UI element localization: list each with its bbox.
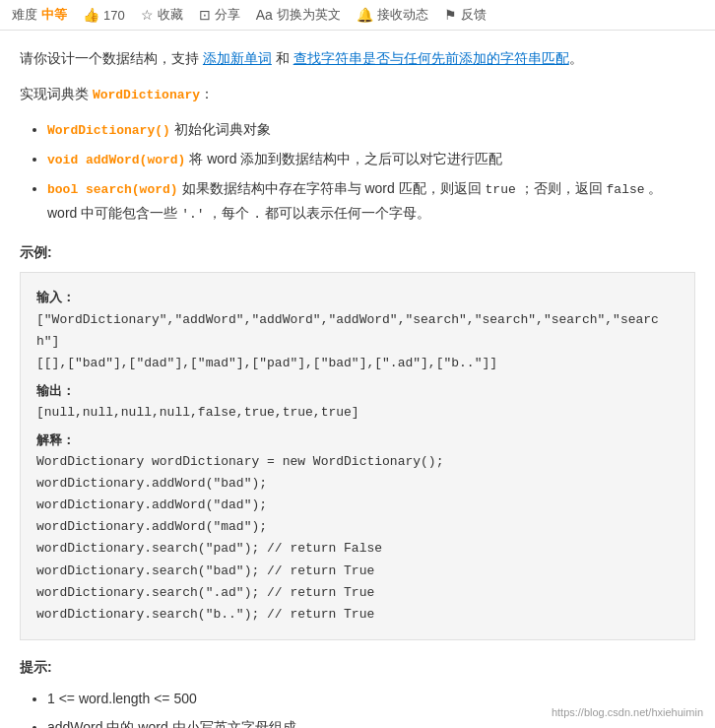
likes-count: 170	[103, 8, 125, 23]
method-item-1: void addWord(word) 将 word 添加到数据结构中，之后可以对…	[47, 148, 695, 171]
method-sig-0: WordDictionary()	[47, 123, 170, 138]
feedback-label: 反馈	[461, 6, 487, 24]
input-section: 输入： ["WordDictionary","addWord","addWord…	[36, 287, 679, 373]
output-line: [null,null,null,null,false,true,true,tru…	[36, 402, 679, 424]
share-icon: ⊡	[199, 7, 211, 23]
toolbar: 难度 中等 👍 170 ☆ 收藏 ⊡ 分享 Aa 切换为英文 🔔 接收动态 ⚑ …	[0, 0, 715, 31]
input-label: 输入：	[36, 290, 75, 304]
output-section: 输出： [null,null,null,null,false,true,true…	[36, 380, 679, 424]
method-item-2: bool search(word) 如果数据结构中存在字符串与 word 匹配，…	[47, 177, 695, 225]
share-label: 分享	[215, 6, 240, 24]
notify-button[interactable]: 🔔 接收动态	[357, 6, 428, 24]
problem-description: 请你设计一个数据结构，支持 添加新单词 和 查找字符串是否与任何先前添加的字符串…	[20, 46, 695, 71]
methods-list: WordDictionary() 初始化词典对象 void addWord(wo…	[20, 118, 695, 225]
method-sig-2: bool search(word)	[47, 182, 178, 197]
input-line2: [[],["bad"],["dad"],["mad"],["pad"],["ba…	[36, 353, 679, 374]
collect-label: 收藏	[158, 6, 183, 24]
explain-code-line: wordDictionary.search("pad"); // return …	[36, 538, 679, 560]
share-button[interactable]: ⊡ 分享	[199, 6, 240, 24]
switch-lang-button[interactable]: Aa 切换为英文	[256, 6, 341, 24]
class-colon: ：	[200, 86, 214, 101]
explain-label: 解释：	[36, 432, 75, 447]
tips-title: 提示:	[20, 656, 695, 680]
input-line1: ["WordDictionary","addWord","addWord","a…	[36, 309, 679, 353]
desc-text-2: 和	[272, 50, 293, 66]
explain-code-line: wordDictionary.search("bad"); // return …	[36, 561, 679, 582]
difficulty-section: 难度 中等	[12, 6, 67, 24]
flag-icon: ⚑	[444, 7, 457, 23]
example-section: 示例: 输入： ["WordDictionary","addWord","add…	[20, 241, 695, 640]
explain-section: 解释： WordDictionary wordDictionary = new …	[36, 430, 679, 626]
thumbs-up-icon: 👍	[83, 7, 99, 23]
explain-code-line: wordDictionary.addWord("dad");	[36, 495, 679, 516]
likes-button[interactable]: 👍 170	[83, 7, 125, 23]
explain-code-line: WordDictionary wordDictionary = new Word…	[36, 451, 679, 473]
watermark: https://blog.csdn.net/hxiehuimin	[552, 706, 703, 718]
explain-code-line: wordDictionary.search(".ad"); // return …	[36, 582, 679, 604]
switch-label: 切换为英文	[277, 6, 341, 24]
notify-label: 接收动态	[377, 6, 428, 24]
language-icon: Aa	[256, 7, 273, 23]
explain-lines: WordDictionary wordDictionary = new Word…	[36, 451, 679, 626]
class-name: WordDictionary	[93, 88, 200, 102]
collect-button[interactable]: ☆ 收藏	[141, 6, 183, 24]
class-intro-text: 实现词典类	[20, 86, 93, 101]
watermark-text: https://blog.csdn.net/hxiehuimin	[552, 706, 703, 718]
explain-code-line: wordDictionary.addWord("bad");	[36, 473, 679, 495]
method-item-0: WordDictionary() 初始化词典对象	[47, 118, 695, 142]
output-label: 输出：	[36, 383, 75, 398]
example-label: 示例:	[20, 244, 52, 260]
star-icon: ☆	[141, 7, 154, 23]
explain-code-line: wordDictionary.addWord("mad");	[36, 516, 679, 538]
example-box: 输入： ["WordDictionary","addWord","addWord…	[20, 272, 695, 639]
difficulty-value: 中等	[41, 6, 67, 24]
method-desc-0: 初始化词典对象	[170, 121, 271, 137]
class-intro: 实现词典类 WordDictionary：	[20, 83, 695, 106]
method-sig-1: void addWord(word)	[47, 153, 185, 167]
explain-code-line: wordDictionary.search("b.."); // return …	[36, 604, 679, 626]
desc-text-3: 。	[569, 50, 583, 66]
method-desc-1: 将 word 添加到数据结构中，之后可以对它进行匹配	[185, 151, 502, 166]
tips-label: 提示:	[20, 659, 52, 675]
desc-text-1: 请你设计一个数据结构，支持	[20, 50, 203, 66]
difficulty-label: 难度	[12, 6, 37, 24]
desc-link-search[interactable]: 查找字符串是否与任何先前添加的字符串匹配	[293, 50, 569, 66]
example-title: 示例:	[20, 241, 695, 265]
bell-icon: 🔔	[357, 7, 373, 23]
main-content: 请你设计一个数据结构，支持 添加新单词 和 查找字符串是否与任何先前添加的字符串…	[0, 31, 715, 728]
feedback-button[interactable]: ⚑ 反馈	[444, 6, 487, 24]
desc-link-add[interactable]: 添加新单词	[203, 50, 272, 66]
tip-item: addWord 中的 word 由小写英文字母组成	[47, 716, 695, 728]
